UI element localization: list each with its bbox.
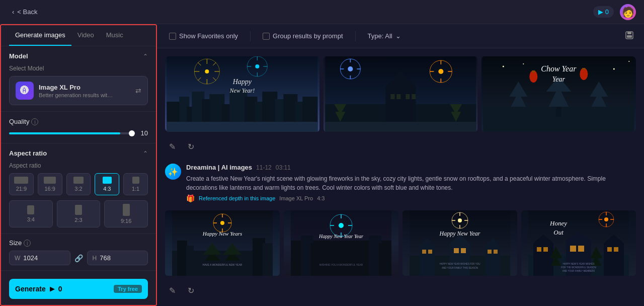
svg-rect-123: [485, 246, 500, 276]
group-results-button[interactable]: Group results by prompt: [259, 30, 347, 42]
back-button[interactable]: ‹ < Back: [8, 6, 41, 18]
group-results-label: Group results by prompt: [273, 32, 343, 40]
content-scroll: Happy New Year!: [157, 48, 644, 306]
svg-text:AND YOUR FAMILY MEMBERS: AND YOUR FAMILY MEMBERS: [562, 270, 595, 272]
save-button[interactable]: [623, 29, 636, 43]
model-card-left: 🅐 Image XL Pro Better generation results…: [16, 82, 114, 100]
save-icon: [625, 31, 634, 40]
message-avatar: ✨: [165, 164, 181, 180]
type-label: Type: All: [368, 32, 392, 40]
svg-rect-44: [390, 94, 394, 99]
svg-point-79: [523, 63, 524, 64]
svg-rect-129: [488, 250, 492, 254]
svg-text:Year: Year: [552, 75, 566, 83]
aspect-label-3-4: 3:4: [27, 216, 35, 222]
size-w-input[interactable]: [23, 254, 48, 262]
image-thumb-1[interactable]: Happy New Year!: [165, 56, 319, 132]
aspect-preview-3-2: [73, 177, 84, 184]
aspect-btn-9-16[interactable]: 9:16: [104, 200, 148, 227]
image-svg-3: Chow Year Year: [481, 56, 636, 132]
svg-point-110: [339, 223, 344, 228]
svg-rect-128: [461, 248, 466, 253]
credits-value: 0: [605, 8, 609, 16]
edit-button-1[interactable]: ✎: [165, 140, 180, 154]
refresh-button-1[interactable]: ↻: [184, 140, 198, 154]
size-h-input[interactable]: [100, 254, 125, 262]
image-svg-5: Happy New Year Year WISHING YOU A WONDER…: [284, 210, 398, 276]
aspect-btn-1-1[interactable]: 1:1: [123, 173, 148, 195]
model-settings-icon[interactable]: ⇄: [135, 87, 141, 95]
size-section: Size i W 🔗 H: [1, 234, 156, 271]
image-thumb-3[interactable]: Chow Year Year: [481, 56, 636, 132]
aspect-btn-2-3[interactable]: 2:3: [57, 200, 101, 227]
svg-rect-89: [263, 243, 273, 276]
size-label-text: Size: [9, 239, 22, 247]
svg-point-159: [604, 217, 608, 221]
edit-button-2[interactable]: ✎: [165, 284, 180, 297]
size-info-icon: i: [24, 240, 31, 247]
aspect-btn-3-2[interactable]: 3:2: [66, 173, 91, 195]
image-thumb-2[interactable]: [324, 56, 478, 132]
aspect-ratio-grid-row2: 3:4 2:3 9:16: [9, 200, 148, 227]
size-h-label: H: [93, 255, 97, 262]
svg-point-55: [438, 69, 443, 74]
message-prompt: Create a festive New Year's night scene …: [186, 175, 606, 191]
image-thumb-5[interactable]: Happy New Year Year WISHING YOU A WONDER…: [284, 210, 398, 276]
aspect-preview-3-4: [27, 205, 34, 214]
message-text: Create a festive New Year's night scene …: [186, 174, 636, 192]
sidebar: Generate images Video Music Model ⌃ Sele…: [0, 24, 157, 306]
svg-text:WISHING YOU A WONDERFUL YEAR: WISHING YOU A WONDERFUL YEAR: [319, 263, 363, 266]
quality-section: Quality i 10: [1, 112, 156, 143]
type-filter-button[interactable]: Type: All ⌄: [364, 30, 405, 42]
svg-text:Out: Out: [553, 228, 564, 236]
meta-tag[interactable]: Referenced depth in this image: [199, 195, 275, 201]
svg-rect-45: [396, 94, 400, 99]
svg-rect-153: [614, 247, 618, 252]
model-icon-letter: 🅐: [20, 86, 29, 96]
size-h-group: H: [87, 251, 148, 265]
tab-generate-images[interactable]: Generate images: [9, 25, 71, 46]
size-w-label: W: [15, 255, 20, 262]
generate-button[interactable]: Generate ▶ 0 Try free: [9, 279, 148, 299]
refresh-button-2[interactable]: ↻: [184, 284, 198, 297]
tab-video[interactable]: Video: [71, 25, 100, 46]
svg-text:Happy New Year Year: Happy New Year Year: [318, 234, 363, 239]
model-section-title: Model: [9, 52, 28, 60]
aspect-preview-16-9: [44, 177, 56, 184]
image-thumb-7[interactable]: Honey Out HAPPY NEW'S YEAR WISHES FOR TH…: [521, 210, 636, 276]
svg-text:FOR THE WONDERFUL SEASON: FOR THE WONDERFUL SEASON: [561, 266, 596, 269]
model-desc: Better generation results with profe...: [39, 92, 114, 98]
quality-slider[interactable]: [9, 132, 133, 134]
model-section-header[interactable]: Model ⌃: [9, 52, 148, 60]
svg-text:HAVE A WONDERFUL NEW YEAR: HAVE A WONDERFUL NEW YEAR: [203, 263, 243, 266]
image-action-row-1: ✎ ↻: [165, 138, 636, 156]
image-thumb-4[interactable]: Happy New Years HAVE A WONDERFUL NEW YEA…: [165, 210, 280, 276]
quality-slider-container: 10: [9, 129, 148, 137]
aspect-btn-4-3[interactable]: 4:3: [95, 173, 119, 195]
show-favorites-button[interactable]: Show Favorites only: [165, 30, 242, 42]
image-thumb-6[interactable]: Happy New Year HAPPY NEW YEAR WISHES FOR…: [403, 210, 517, 276]
aspect-btn-3-4[interactable]: 3:4: [9, 200, 53, 227]
quality-info-icon: i: [31, 118, 38, 125]
generate-btn-area: Generate ▶ 0 Try free: [1, 273, 156, 305]
aspect-btn-21-9[interactable]: 21:9: [9, 173, 34, 195]
svg-text:Chow Year: Chow Year: [541, 64, 577, 73]
svg-rect-149: [543, 247, 548, 252]
model-card[interactable]: 🅐 Image XL Pro Better generation results…: [9, 76, 148, 105]
svg-point-132: [458, 218, 462, 222]
svg-rect-77: [583, 68, 586, 70]
message-author: Dreamina | AI images: [186, 164, 252, 171]
aspect-btn-16-9[interactable]: 16:9: [38, 173, 62, 195]
avatar[interactable]: 🧑: [620, 4, 636, 20]
tab-music[interactable]: Music: [100, 25, 129, 46]
svg-rect-108: [379, 243, 391, 276]
size-link-icon[interactable]: 🔗: [74, 254, 83, 262]
content-area: Show Favorites only Group results by pro…: [157, 24, 644, 306]
message-row-1: ✨ Dreamina | AI images 11-12 03:11 Creat…: [165, 164, 636, 202]
tab-video-label: Video: [77, 31, 94, 39]
tab-music-label: Music: [106, 31, 123, 39]
svg-rect-151: [578, 246, 584, 252]
toolbar-separator-1: [250, 31, 251, 41]
aspect-ratio-header[interactable]: Aspect ratio ⌃: [9, 149, 148, 157]
back-label: < Back: [17, 8, 37, 16]
